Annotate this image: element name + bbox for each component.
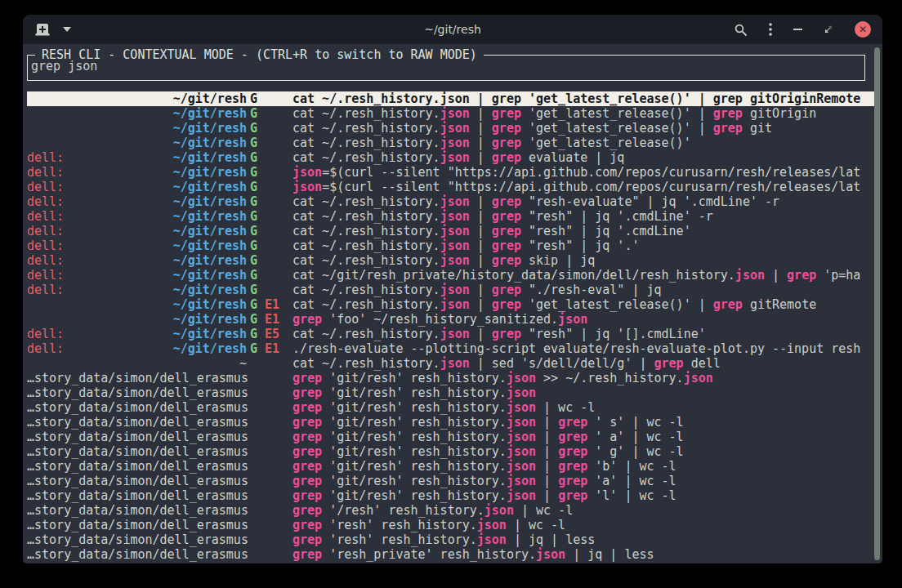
menu-button[interactable] [769,22,772,37]
match-highlight: grep [492,283,521,297]
history-row[interactable]: ~/git/reshG E1cat ~/.resh_history.json |… [27,297,876,312]
host-path-cell: ~ [27,356,247,371]
command-text: grep 'git/resh' resh_history.json >> ~/.… [292,371,876,385]
restore-button[interactable] [824,24,833,34]
history-row[interactable]: ~cat ~/.resh_history.json | sed 's/dell/… [27,356,876,371]
command-text: cat ~/.resh_history.json | grep 'get_lat… [292,106,876,121]
command-fragment: gitOriginRemote [743,91,861,106]
history-row[interactable]: …story_data/simon/dell_erasmusgrep 'resh… [27,518,876,532]
command-fragment: 'get_latest_release()' [521,136,691,150]
match-highlight: grep [558,488,587,503]
match-highlight: json [735,268,765,283]
flags-cell: G [250,268,289,283]
history-row-selected[interactable]: ~/git/reshGcat ~/.resh_history.json | gr… [27,91,876,106]
command-fragment: "./resh-eval" | jq [521,283,662,297]
history-row[interactable]: …story_data/simon/dell_erasmusgrep 'git/… [27,488,876,503]
history-row[interactable]: dell:~/git/reshGcat ~/.resh_history.json… [27,253,876,268]
minimize-button[interactable] [793,29,802,30]
directory-label: …story_data/simon/dell_erasmus [27,518,247,532]
history-row[interactable]: …story_data/simon/dell_erasmusgrep 'git/… [27,430,876,444]
flags-cell: G [250,180,289,194]
history-row[interactable]: dell:~/git/reshG E5cat ~/.resh_history.j… [27,327,876,341]
git-flag: G [250,121,257,136]
flags-cell [250,444,289,459]
command-fragment: cat ~/.resh_history. [292,356,440,371]
history-row[interactable]: …story_data/simon/dell_erasmusgrep 'resh… [27,547,876,562]
history-row[interactable]: dell:~/git/reshGjson=$(curl --silent "ht… [27,180,876,194]
search-query-input[interactable]: grep json [31,59,97,74]
command-text: json=$(curl --silent "https://api.github… [292,180,876,194]
host-path-cell: dell:~/git/resh [27,150,247,165]
history-row[interactable]: …story_data/simon/dell_erasmusgrep 'git/… [27,385,876,400]
history-row[interactable]: …story_data/simon/dell_erasmusgrep 'git/… [27,400,876,415]
host-label: dell: [27,341,64,356]
history-row[interactable]: …story_data/simon/dell_erasmusgrep '/res… [27,503,876,518]
command-text: cat ~/.resh_history.json | grep 'get_lat… [292,297,876,312]
command-fragment: | [470,194,492,209]
directory-label: …story_data/simon/dell_erasmus [27,400,247,415]
host-path-cell: dell:~/git/resh [27,253,247,268]
history-row[interactable]: …story_data/simon/dell_erasmusgrep 'git/… [27,415,876,430]
command-fragment: "resh" | jq '.cmdLine' [521,224,691,238]
command-fragment: cat ~/.resh_history. [292,327,440,341]
search-button[interactable] [734,23,748,37]
chevron-down-icon [63,27,71,32]
match-highlight: grep [558,459,587,474]
flags-cell [250,503,289,518]
history-row[interactable]: ~/git/reshG E1grep 'foo' ~/resh_history_… [27,312,876,327]
command-text: cat ~/.resh_history.json | grep "resh" |… [292,327,876,341]
git-flag: G [250,341,257,356]
flags-cell: G [250,91,289,106]
host-path-cell: …story_data/simon/dell_erasmus [27,532,247,547]
close-button[interactable]: ✕ [855,21,871,38]
flags-cell: G [250,253,289,268]
history-row[interactable]: …story_data/simon/dell_erasmusgrep 'git/… [27,371,876,385]
command-text: cat ~/.resh_history.json | grep "./resh-… [292,283,876,297]
exit-status-flag: E1 [265,341,279,356]
command-text: grep 'foo' ~/resh_history_sanitized.json [292,312,876,327]
command-fragment: 'git/resh' resh_history. [322,459,507,474]
history-row[interactable]: …story_data/simon/dell_erasmusgrep 'resh… [27,532,876,547]
history-row[interactable]: dell:~/git/reshGcat ~/.resh_history.json… [27,283,876,297]
match-highlight: grep [492,297,521,312]
command-text: grep 'resh' resh_history.json | wc -l [292,518,876,532]
new-tab-icon [34,23,51,37]
history-row[interactable]: dell:~/git/reshGcat ~/git/resh_private/h… [27,268,876,283]
history-row[interactable]: dell:~/git/reshGcat ~/.resh_history.json… [27,194,876,209]
host-path-cell: …story_data/simon/dell_erasmus [27,371,247,385]
host-path-cell: dell:~/git/resh [27,327,247,341]
tab-dropdown-button[interactable] [63,27,71,32]
history-row[interactable]: dell:~/git/reshGcat ~/.resh_history.json… [27,150,876,165]
history-row[interactable]: …story_data/simon/dell_erasmusgrep 'git/… [27,474,876,488]
flags-cell: G [250,136,289,150]
history-row[interactable]: dell:~/git/reshGcat ~/.resh_history.json… [27,224,876,238]
command-fragment: ' s' | wc -l [587,415,683,430]
new-tab-button[interactable] [34,23,51,37]
history-row[interactable]: ~/git/reshGcat ~/.resh_history.json | gr… [27,121,876,136]
match-highlight: grep [292,474,322,488]
history-row[interactable]: ~/git/reshGcat ~/.resh_history.json | gr… [27,136,876,150]
history-row[interactable]: ~/git/reshGcat ~/.resh_history.json | gr… [27,106,876,121]
command-text: cat ~/.resh_history.json | grep evaluate… [292,150,876,165]
command-fragment: gitOrigin [743,106,816,121]
history-row[interactable]: …story_data/simon/dell_erasmusgrep 'git/… [27,459,876,474]
command-text: grep 'git/resh' resh_history.json | grep… [292,474,876,488]
match-highlight: json [440,106,470,121]
host-path-cell: dell:~/git/resh [27,268,247,283]
command-fragment: | [470,283,492,297]
history-row[interactable]: …story_data/simon/dell_erasmusgrep 'git/… [27,444,876,459]
match-highlight: json [558,312,587,327]
history-row[interactable]: dell:~/git/reshGcat ~/.resh_history.json… [27,238,876,253]
match-highlight: grep [292,385,322,400]
history-row[interactable]: dell:~/git/reshGjson=$(curl --silent "ht… [27,165,876,180]
history-row[interactable]: dell:~/git/reshGcat ~/.resh_history.json… [27,209,876,224]
host-path-cell: …story_data/simon/dell_erasmus [27,430,247,444]
command-fragment: 'p=ha [816,268,860,283]
command-fragment: | [470,136,492,150]
scrollbar[interactable] [874,47,880,560]
host-label: dell: [27,224,64,238]
command-fragment: cat ~/.resh_history. [292,224,440,238]
history-row[interactable]: dell:~/git/reshG E1./resh-evaluate --plo… [27,341,876,356]
match-highlight: json [507,444,536,459]
git-flag: G [250,180,257,194]
